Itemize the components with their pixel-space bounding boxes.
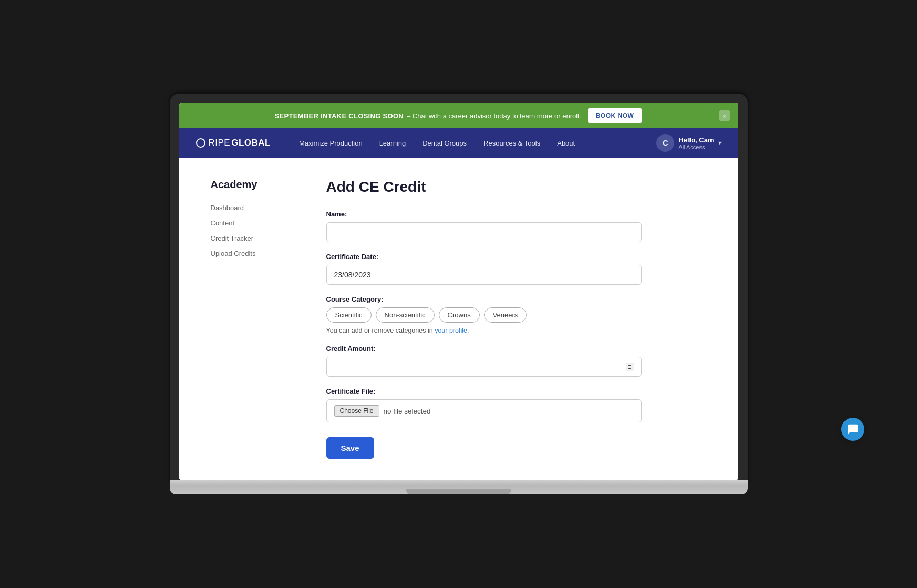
chat-icon [847,424,859,435]
save-button[interactable]: Save [326,437,374,459]
laptop-base [170,480,748,494]
nav-resources-tools[interactable]: Resources & Tools [476,135,548,151]
category-crowns[interactable]: Crowns [439,307,480,323]
category-tags: Scientific Non-scientific Crowns Veneers [326,307,642,323]
category-field-group: Course Category: Scientific Non-scientif… [326,295,642,334]
credit-amount-field-group: Credit Amount: [326,345,642,377]
sidebar-item-dashboard[interactable]: Dashboard [211,201,295,214]
chevron-down-icon: ▾ [718,139,722,147]
sidebar-item-content[interactable]: Content [211,216,295,230]
category-label: Course Category: [326,295,642,303]
nav-maximize-production[interactable]: Maximize Production [292,135,370,151]
logo[interactable]: RIPE GLOBAL [196,138,271,148]
nav-learning[interactable]: Learning [372,135,414,151]
logo-circle-icon [196,138,205,148]
user-info: Hello, Cam All Access [678,136,714,150]
no-file-text: no file selected [384,407,431,415]
certificate-file-label: Certificate File: [326,387,642,395]
date-field-group: Certificate Date: 23/08/2023 [326,253,642,285]
page-title: Add CE Credit [326,179,642,195]
avatar: C [656,134,674,152]
sidebar-item-upload-credits[interactable]: Upload Credits [211,247,295,260]
name-input[interactable] [326,222,642,242]
your-profile-link[interactable]: your profile [435,327,467,334]
date-input[interactable]: 23/08/2023 [326,265,642,285]
category-scientific[interactable]: Scientific [326,307,372,323]
nav-links: Maximize Production Learning Dental Grou… [292,135,644,151]
user-access: All Access [678,144,714,150]
navbar: RIPE GLOBAL Maximize Production Learning… [179,128,738,158]
name-field-group: Name: [326,210,642,242]
credit-amount-label: Credit Amount: [326,345,642,353]
nav-about[interactable]: About [550,135,582,151]
category-hint-text: You can add or remove categories in [326,327,433,334]
sidebar-title: Academy [211,179,295,191]
category-non-scientific[interactable]: Non-scientific [376,307,435,323]
sidebar-item-credit-tracker[interactable]: Credit Tracker [211,232,295,245]
user-menu[interactable]: C Hello, Cam All Access ▾ [656,134,721,152]
logo-ripe-text: RIPE [209,138,231,148]
file-input-wrapper[interactable]: Choose File no file selected [326,399,642,422]
credit-amount-input[interactable] [326,357,642,377]
date-label: Certificate Date: [326,253,642,261]
banner-normal-text: – Chat with a career advisor today to le… [407,112,581,120]
main-content: Academy Dashboard Content Credit Tracker… [179,158,738,480]
logo-global-text: GLOBAL [231,138,271,148]
sidebar-nav: Dashboard Content Credit Tracker Upload … [211,201,295,260]
certificate-file-field-group: Certificate File: Choose File no file se… [326,387,642,422]
name-label: Name: [326,210,642,218]
user-name: Hello, Cam [678,136,714,144]
banner-text: SEPTEMBER INTAKE CLOSING SOON – Chat wit… [275,112,581,120]
chat-bubble-button[interactable] [841,418,864,441]
category-veneers[interactable]: Veneers [484,307,527,323]
choose-file-button[interactable]: Choose File [334,405,379,417]
nav-dental-groups[interactable]: Dental Groups [415,135,474,151]
sidebar: Academy Dashboard Content Credit Tracker… [211,179,295,459]
announcement-banner: SEPTEMBER INTAKE CLOSING SOON – Chat wit… [179,103,738,128]
banner-close-button[interactable]: × [719,110,730,121]
book-now-button[interactable]: BOOK NOW [588,108,643,123]
category-hint: You can add or remove categories in your… [326,327,642,334]
form-area: Add CE Credit Name: Certificate Date: 23… [326,179,642,459]
banner-bold-text: SEPTEMBER INTAKE CLOSING SOON [275,112,404,120]
